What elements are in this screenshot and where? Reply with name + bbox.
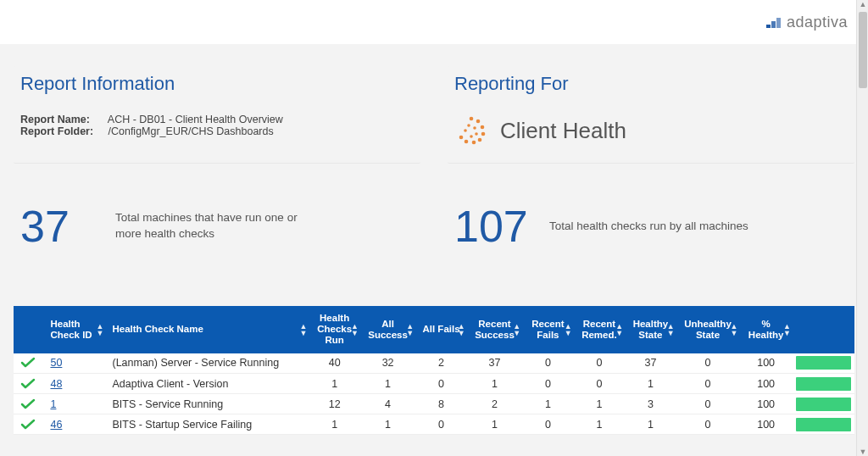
table-row[interactable]: 48Adaptiva Client - Version11010010100 (14, 374, 854, 394)
svg-rect-2 (776, 18, 781, 28)
cell-success: 1 (360, 374, 415, 394)
report-name-label: Report Name: (20, 114, 105, 125)
health-check-name: Adaptiva Client - Version (105, 374, 309, 394)
health-check-id-link[interactable]: 46 (50, 419, 62, 431)
cell-hstate: 1 (625, 414, 676, 435)
table-row[interactable]: 50(Lanman) Server - Service Running40322… (14, 353, 854, 374)
svg-point-8 (472, 141, 476, 145)
health-check-name: BITS - Startup Service Failing (105, 414, 309, 435)
percent-bar (793, 374, 854, 394)
svg-rect-0 (766, 25, 771, 28)
cell-phealthy: 100 (739, 414, 793, 435)
cell-rsuccess: 1 (467, 414, 522, 435)
cell-rfails: 1 (522, 394, 574, 414)
svg-rect-1 (771, 21, 776, 28)
percent-bar (793, 414, 854, 435)
col-rsuccess[interactable]: Recent Success▲▼ (467, 306, 522, 353)
col-status[interactable] (14, 306, 43, 353)
vertical-scrollbar[interactable]: ▲ ▼ (856, 0, 868, 456)
cell-success: 4 (360, 394, 415, 414)
svg-point-3 (470, 117, 474, 121)
cell-hstate: 3 (625, 394, 676, 414)
svg-point-7 (478, 138, 482, 142)
scroll-up-icon[interactable]: ▲ (859, 0, 867, 8)
stat-machines-desc: Total machines that have run one or more… (115, 210, 319, 242)
col-ustate[interactable]: Unhealthy State▲▼ (676, 306, 740, 353)
health-check-name: BITS - Service Running (105, 394, 309, 414)
report-info-title: Report Information (20, 73, 414, 95)
svg-point-14 (475, 132, 478, 136)
cell-ustate: 0 (676, 353, 740, 374)
cell-run: 1 (309, 374, 360, 394)
col-fails[interactable]: All Fails▲▼ (415, 306, 467, 353)
health-check-table: Health Check ID▲▼ Health Check Name▲▼ He… (14, 306, 854, 435)
status-check-icon (14, 394, 43, 414)
scroll-thumb[interactable] (859, 12, 867, 88)
svg-point-4 (476, 120, 481, 124)
reporting-for-panel: Reporting For (448, 66, 854, 164)
stat-checks-desc: Total health checks run by all machines (549, 219, 748, 235)
col-id[interactable]: Health Check ID▲▼ (43, 306, 105, 353)
cell-hstate: 37 (625, 353, 676, 374)
health-check-id-link[interactable]: 50 (50, 357, 62, 369)
percent-bar (793, 394, 854, 414)
table-row[interactable]: 46BITS - Startup Service Failing11010110… (14, 414, 854, 435)
table-row[interactable]: 1BITS - Service Running124821130100 (14, 394, 854, 414)
col-name[interactable]: Health Check Name▲▼ (105, 306, 309, 353)
cell-rsuccess: 2 (467, 394, 522, 414)
topbar: adaptiva (0, 0, 868, 44)
col-hstate[interactable]: Healthy State▲▼ (625, 306, 676, 353)
brand-name: adaptiva (787, 14, 848, 31)
product-name: Client Health (500, 118, 626, 144)
cell-ustate: 0 (676, 374, 740, 394)
cell-phealthy: 100 (739, 353, 793, 374)
cell-success: 1 (360, 414, 415, 435)
health-check-id-link[interactable]: 48 (50, 378, 62, 390)
col-bar (793, 306, 854, 353)
report-folder-label: Report Folder: (20, 125, 105, 137)
cell-fails: 8 (415, 394, 467, 414)
client-health-icon (454, 114, 488, 147)
stat-total-checks: 107 Total health checks run by all machi… (448, 194, 854, 259)
content: Report Information Report Name: ACH - DB… (0, 44, 868, 456)
health-check-id-link[interactable]: 1 (50, 398, 56, 410)
cell-run: 1 (309, 414, 360, 435)
col-rfails[interactable]: Recent Fails▲▼ (522, 306, 574, 353)
cell-rremed: 0 (574, 353, 626, 374)
brand-icon (766, 16, 782, 28)
col-phealthy[interactable]: % Healthy▲▼ (739, 306, 793, 353)
scroll-down-icon[interactable]: ▼ (859, 448, 867, 456)
cell-rremed: 1 (574, 414, 626, 435)
stat-total-machines: 37 Total machines that have run one or m… (14, 194, 420, 259)
cell-run: 12 (309, 394, 360, 414)
svg-point-12 (467, 124, 470, 127)
reporting-for-title: Reporting For (454, 73, 848, 95)
health-check-name: (Lanman) Server - Service Running (105, 353, 309, 374)
cell-rfails: 0 (522, 353, 574, 374)
cell-run: 40 (309, 353, 360, 374)
stat-machines-value: 37 (20, 201, 97, 252)
svg-point-10 (459, 136, 464, 140)
svg-point-6 (481, 132, 486, 136)
svg-point-13 (473, 126, 476, 130)
col-rremed[interactable]: Recent Remed.▲▼ (574, 306, 626, 353)
status-check-icon (14, 353, 43, 374)
svg-point-9 (465, 140, 469, 144)
cell-ustate: 0 (676, 414, 740, 435)
cell-rfails: 0 (522, 414, 574, 435)
col-run[interactable]: Health Checks Run▲▼ (309, 306, 360, 353)
brand-logo: adaptiva (766, 14, 848, 31)
cell-ustate: 0 (676, 394, 740, 414)
cell-fails: 0 (415, 414, 467, 435)
cell-fails: 0 (415, 374, 467, 394)
stat-checks-value: 107 (454, 201, 531, 252)
cell-phealthy: 100 (739, 374, 793, 394)
report-name-value: ACH - DB01 - Client Health Overview (108, 114, 283, 125)
cell-rfails: 0 (522, 374, 574, 394)
svg-point-15 (470, 135, 473, 138)
cell-rsuccess: 1 (467, 374, 522, 394)
col-success[interactable]: All Success▲▼ (360, 306, 415, 353)
status-check-icon (14, 414, 43, 435)
cell-hstate: 1 (625, 374, 676, 394)
status-check-icon (14, 374, 43, 394)
